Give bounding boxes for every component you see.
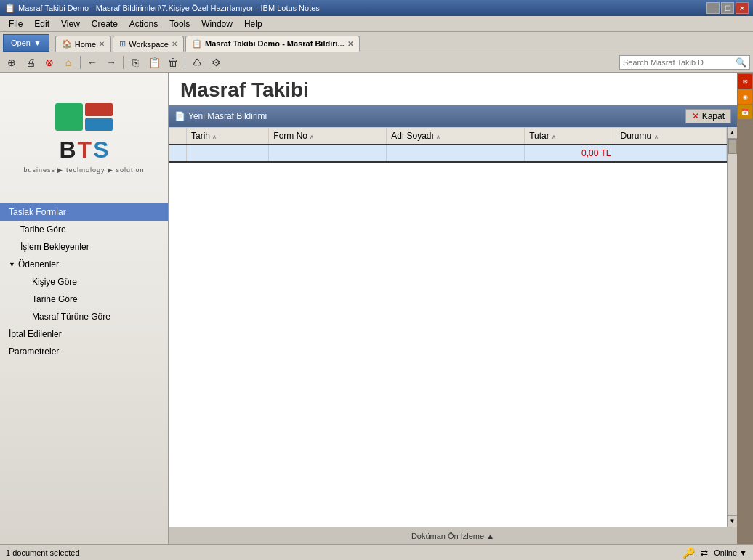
table-area: Tarih ∧ Form No ∧ Adı Soyadı ∧ xyxy=(169,127,737,527)
scrollbar-thumb[interactable] xyxy=(728,139,737,154)
new-report-button[interactable]: 📄 Yeni Masraf Bildirimi xyxy=(174,111,267,121)
tab-bar: Open ▼ 🏠 Home ✕ ⊞ Workspace ✕ 📋 Masraf T… xyxy=(0,32,753,52)
open-dropdown-icon[interactable]: ▼ xyxy=(33,38,41,47)
scrollbar-up[interactable]: ▲ xyxy=(728,127,737,139)
tab-home[interactable]: 🏠 Home ✕ xyxy=(55,36,111,52)
toolbar-paste[interactable]: 📋 xyxy=(145,54,163,70)
minimize-button[interactable]: — xyxy=(706,2,720,14)
scrollbar-down[interactable]: ▼ xyxy=(728,515,737,527)
tab-workspace-close[interactable]: ✕ xyxy=(172,40,177,48)
toolbar-delete[interactable]: 🗑 xyxy=(164,54,182,70)
bts-logo: B T S business ▶ technology ▶ solution xyxy=(23,103,144,174)
toolbar-new[interactable]: ⊕ xyxy=(3,54,20,70)
taslak-label: Taslak Formlar xyxy=(9,207,66,217)
menu-actions[interactable]: Actions xyxy=(124,17,164,31)
calendar-icon-btn[interactable]: 📅 xyxy=(738,105,752,119)
expand-icon: ▼ xyxy=(9,261,15,268)
menu-bar: File Edit View Create Actions Tools Wind… xyxy=(0,16,753,32)
toolbar-copy[interactable]: ⎘ xyxy=(126,54,144,70)
menu-help[interactable]: Help xyxy=(238,17,268,31)
tarihe2-label: Tarihe Göre xyxy=(32,294,78,304)
menu-file[interactable]: File xyxy=(3,17,28,31)
close-button[interactable]: ✕ xyxy=(736,2,749,14)
menu-window[interactable]: Window xyxy=(196,17,238,31)
cell-tarih xyxy=(187,145,269,162)
maximize-button[interactable]: ☐ xyxy=(721,2,734,14)
home-icon: 🏠 xyxy=(62,39,72,49)
status-bar: 1 document selected 🔑 ⇄ Online ▼ xyxy=(0,544,753,560)
status-right: 🔑 ⇄ Online ▼ xyxy=(682,547,747,559)
toolbar-print[interactable]: 🖨 xyxy=(22,54,39,70)
search-box[interactable]: 🔍 xyxy=(619,55,750,70)
tab-workspace-label: Workspace xyxy=(129,40,169,49)
sidebar-logo: B T S business ▶ technology ▶ solution xyxy=(0,73,168,203)
menu-create[interactable]: Create xyxy=(86,17,124,31)
logo-blue-square xyxy=(85,118,113,131)
sort-tutar: ∧ xyxy=(552,134,556,140)
new-report-label: Yeni Masraf Bildirimi xyxy=(188,111,267,121)
right-icon-bar: ✉ ◉ 📅 xyxy=(737,73,753,544)
menu-edit[interactable]: Edit xyxy=(28,17,55,31)
col-tutar[interactable]: Tutar ∧ xyxy=(525,128,616,145)
col-adisoyadi[interactable]: Adı Soyadı ∧ xyxy=(387,128,525,145)
key-icon: 🔑 xyxy=(682,547,695,559)
window-controls: — ☐ ✕ xyxy=(706,2,749,14)
vertical-scrollbar[interactable]: ▲ ▼ xyxy=(727,127,737,527)
bts-text-b: B xyxy=(59,137,76,163)
online-status[interactable]: Online ▼ xyxy=(714,548,747,557)
toolbar-forward[interactable]: → xyxy=(102,54,120,70)
rss-icon-btn[interactable]: ◉ xyxy=(738,89,752,104)
col-durumu[interactable]: Durumu ∧ xyxy=(616,128,726,145)
menu-tools[interactable]: Tools xyxy=(164,17,196,31)
kapat-label: Kapat xyxy=(702,111,725,121)
tab-masraf-close[interactable]: ✕ xyxy=(347,40,353,48)
table-row[interactable]: 0,00 TL xyxy=(169,145,727,162)
scrollbar-track xyxy=(728,155,737,515)
app-title-area: Masraf Takibi xyxy=(169,73,737,105)
sidebar-item-taslak[interactable]: Taslak Formlar xyxy=(0,203,168,221)
preview-bar[interactable]: Doküman Ön İzleme ▲ xyxy=(169,527,737,544)
kisiye-label: Kişiye Göre xyxy=(32,277,77,287)
islem-label: İşlem Bekleyenler xyxy=(20,242,89,252)
sidebar-item-tarihe2[interactable]: Tarihe Göre xyxy=(0,291,168,308)
bts-tagline: business ▶ technology ▶ solution xyxy=(23,166,144,174)
open-button[interactable]: Open ▼ xyxy=(3,34,49,52)
app-content: Masraf Takibi 📄 Yeni Masraf Bildirimi ✕ … xyxy=(169,73,737,544)
search-input[interactable] xyxy=(623,58,736,67)
tab-home-close[interactable]: ✕ xyxy=(99,40,105,48)
sidebar-item-tarihe[interactable]: Tarihe Göre xyxy=(0,221,168,238)
tab-workspace[interactable]: ⊞ Workspace ✕ xyxy=(113,36,184,52)
app-window: 📋 Masraf Takibi Demo - Masraf Bildirimle… xyxy=(0,0,753,560)
window-title: Masraf Takibi Demo - Masraf Bildirimleri… xyxy=(18,4,320,12)
mail-icon-btn[interactable]: ✉ xyxy=(738,74,752,89)
sidebar-item-islem[interactable]: İşlem Bekleyenler xyxy=(0,238,168,256)
title-bar: 📋 Masraf Takibi Demo - Masraf Bildirimle… xyxy=(0,0,753,16)
sidebar-item-iptal[interactable]: İptal Edilenler xyxy=(0,325,168,343)
masraf-tur-label: Masraf Türüne Göre xyxy=(32,312,110,322)
toolbar-home[interactable]: ⌂ xyxy=(60,54,77,70)
menu-view[interactable]: View xyxy=(55,17,86,31)
toolbar-stop[interactable]: ⊗ xyxy=(41,54,58,70)
table-container[interactable]: Tarih ∧ Form No ∧ Adı Soyadı ∧ xyxy=(169,127,727,527)
sidebar-item-parametreler[interactable]: Parametreler xyxy=(0,343,168,360)
sidebar-item-kisiye[interactable]: Kişiye Göre xyxy=(0,273,168,291)
toolbar-back[interactable]: ← xyxy=(84,54,101,70)
col-tarih[interactable]: Tarih ∧ xyxy=(187,128,269,145)
toolbar-sep1 xyxy=(80,56,81,69)
kapat-button[interactable]: ✕ Kapat xyxy=(685,109,731,123)
sync-icon: ⇄ xyxy=(701,548,708,558)
cell-adisoyadi xyxy=(387,145,525,162)
sort-adisoyadi: ∧ xyxy=(436,134,440,140)
tab-masraf[interactable]: 📋 Masraf Takibi Demo - Masraf Bildiri...… xyxy=(185,36,360,52)
open-label: Open xyxy=(11,38,31,47)
sidebar-item-masraf-tur[interactable]: Masraf Türüne Göre xyxy=(0,308,168,325)
sidebar-item-odenenler[interactable]: ▼ Ödenenler xyxy=(0,256,168,273)
toolbar-refresh[interactable]: ♺ xyxy=(188,54,206,70)
app-title: Masraf Takibi xyxy=(180,78,725,102)
tab-home-label: Home xyxy=(75,40,96,49)
cell-rownum xyxy=(169,145,187,162)
toolbar-settings[interactable]: ⚙ xyxy=(207,54,225,70)
search-icon[interactable]: 🔍 xyxy=(736,57,746,68)
col-formno[interactable]: Form No ∧ xyxy=(269,128,387,145)
sort-durumu: ∧ xyxy=(654,134,659,140)
